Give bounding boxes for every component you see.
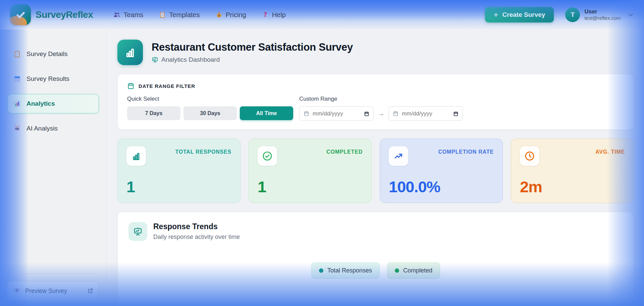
end-date-input[interactable] bbox=[402, 110, 442, 117]
legend-item-total-responses[interactable]: Total Responses bbox=[311, 262, 380, 279]
legend-label: Completed bbox=[403, 267, 432, 274]
filter-header: DATE RANGE FILTER bbox=[127, 82, 624, 90]
moneybag-icon: $ bbox=[215, 11, 223, 18]
trending-up-icon bbox=[389, 146, 408, 166]
stat-card-completion-rate: COMPLETION RATE 100.0% bbox=[380, 139, 503, 203]
stat-card-avg-time: AVG. TIME 2m bbox=[511, 139, 634, 203]
nav-item-templates[interactable]: Templates bbox=[159, 11, 200, 19]
brand-name: SurveyReflex bbox=[36, 9, 93, 20]
nav-item-teams[interactable]: Teams bbox=[113, 11, 143, 19]
sidebar-item-analytics[interactable]: Analytics bbox=[7, 94, 99, 113]
presentation-chart-icon bbox=[128, 222, 147, 241]
legend-label: Total Responses bbox=[327, 267, 372, 274]
date-picker-icon[interactable] bbox=[364, 111, 369, 116]
calendar-icon bbox=[127, 82, 135, 90]
legend-item-completed[interactable]: Completed bbox=[387, 262, 440, 279]
calendar-icon bbox=[393, 111, 398, 116]
user-text: User test@reflex.com bbox=[584, 8, 621, 21]
filter-controls: Quick Select 7 Days 30 Days All Time Cus… bbox=[127, 96, 624, 121]
trends-header: Response Trends Daily response activity … bbox=[128, 222, 623, 241]
svg-text:?: ? bbox=[263, 11, 267, 18]
stat-card-total-responses: TOTAL RESPONSES 1 bbox=[117, 139, 240, 203]
stat-label: COMPLETED bbox=[326, 146, 363, 155]
trends-subtitle: Daily response activity over time bbox=[153, 234, 240, 241]
stat-value: 1 bbox=[126, 177, 231, 196]
custom-range-group: Custom Range → bbox=[299, 96, 463, 121]
custom-range-label: Custom Range bbox=[299, 96, 463, 102]
quick-30-days-button[interactable]: 30 Days bbox=[183, 106, 237, 120]
sidebar-spacer bbox=[7, 144, 99, 273]
response-trends-card: Response Trends Daily response activity … bbox=[117, 212, 634, 306]
start-date-input[interactable] bbox=[313, 110, 353, 117]
legend-dot-icon bbox=[319, 268, 323, 273]
chevron-down-icon bbox=[628, 12, 634, 18]
quick-all-time-button[interactable]: All Time bbox=[240, 106, 293, 120]
app-root: SurveyReflex Teams bbox=[0, 0, 644, 306]
user-email: test@reflex.com bbox=[584, 15, 621, 21]
range-arrow-icon: → bbox=[378, 110, 384, 117]
stat-label: AVG. TIME bbox=[595, 146, 625, 155]
sidebar-item-label: Survey Results bbox=[26, 75, 69, 83]
nav-item-label: Pricing bbox=[226, 11, 246, 19]
stat-value: 1 bbox=[258, 177, 363, 196]
page-header: Restaurant Customer Satisfaction Survey … bbox=[117, 40, 634, 65]
robot-icon bbox=[13, 124, 21, 133]
user-menu[interactable]: T User test@reflex.com bbox=[565, 7, 634, 22]
sidebar-divider bbox=[9, 273, 98, 274]
custom-range-inputs: → bbox=[299, 106, 463, 121]
end-date-field[interactable] bbox=[388, 106, 463, 121]
quick-7-days-button[interactable]: 7 Days bbox=[127, 106, 180, 120]
clock-icon bbox=[520, 146, 539, 166]
clipboard-icon bbox=[13, 50, 21, 58]
sidebar-item-label: AI Analysis bbox=[26, 125, 58, 132]
bar-chart-icon bbox=[13, 100, 21, 108]
people-icon bbox=[113, 11, 120, 18]
nav-item-pricing[interactable]: $ Pricing bbox=[215, 11, 246, 19]
nav-item-label: Help bbox=[272, 11, 286, 19]
top-navbar: SurveyReflex Teams bbox=[0, 0, 644, 30]
trends-header-text: Response Trends Daily response activity … bbox=[153, 222, 240, 241]
question-icon: ? bbox=[262, 11, 269, 18]
external-link-icon bbox=[87, 288, 93, 294]
stat-value: 2m bbox=[520, 177, 625, 196]
legend-dot-icon bbox=[395, 268, 399, 273]
page-header-text: Restaurant Customer Satisfaction Survey … bbox=[152, 41, 353, 63]
page-subtitle: Analytics Dashboard bbox=[161, 56, 220, 63]
avatar: T bbox=[565, 7, 580, 22]
user-name: User bbox=[584, 8, 621, 15]
sidebar-item-survey-details[interactable]: Survey Details bbox=[7, 44, 99, 64]
sidebar: Survey Details Survey Results bbox=[0, 30, 107, 306]
chart-legend: Total Responses Completed bbox=[128, 262, 623, 279]
start-date-field[interactable] bbox=[299, 106, 374, 121]
date-picker-icon[interactable] bbox=[453, 111, 459, 116]
stat-value: 100.0% bbox=[389, 177, 494, 196]
nav-item-label: Teams bbox=[123, 11, 143, 19]
page-subtitle-row: Analytics Dashboard bbox=[152, 56, 353, 63]
date-range-filter-card: DATE RANGE FILTER Quick Select 7 Days 30… bbox=[117, 74, 634, 130]
preview-survey-button[interactable]: Preview Survey bbox=[7, 281, 99, 301]
plus-icon: + bbox=[494, 11, 498, 19]
page-title: Restaurant Customer Satisfaction Survey bbox=[152, 41, 353, 53]
sidebar-item-survey-results[interactable]: Survey Results bbox=[7, 69, 99, 89]
bar-chart-icon bbox=[126, 146, 146, 166]
quick-select-group: Quick Select 7 Days 30 Days All Time bbox=[127, 96, 293, 120]
check-icon bbox=[14, 8, 27, 21]
nav-item-help[interactable]: ? Help bbox=[262, 11, 286, 19]
stats-row: TOTAL RESPONSES 1 COMPLETED 1 bbox=[117, 139, 634, 203]
sidebar-item-label: Analytics bbox=[26, 100, 55, 107]
calendar-grid-icon bbox=[13, 75, 21, 83]
stat-card-completed: COMPLETED 1 bbox=[249, 139, 372, 203]
create-survey-label: Create Survey bbox=[502, 11, 545, 18]
nav-item-label: Templates bbox=[169, 11, 200, 19]
stat-label: TOTAL RESPONSES bbox=[175, 146, 231, 155]
main-content: Restaurant Customer Satisfaction Survey … bbox=[107, 30, 644, 306]
sidebar-item-ai-analysis[interactable]: AI Analysis bbox=[7, 119, 99, 138]
sidebar-item-label: Survey Details bbox=[26, 50, 68, 58]
check-circle-icon bbox=[258, 146, 277, 166]
create-survey-button[interactable]: + Create Survey bbox=[485, 7, 554, 22]
calendar-icon bbox=[304, 111, 309, 116]
filter-title: DATE RANGE FILTER bbox=[139, 83, 195, 89]
clipboard-icon bbox=[159, 11, 166, 18]
survey-icon bbox=[117, 40, 143, 65]
main-nav: Teams Templates bbox=[113, 11, 285, 19]
